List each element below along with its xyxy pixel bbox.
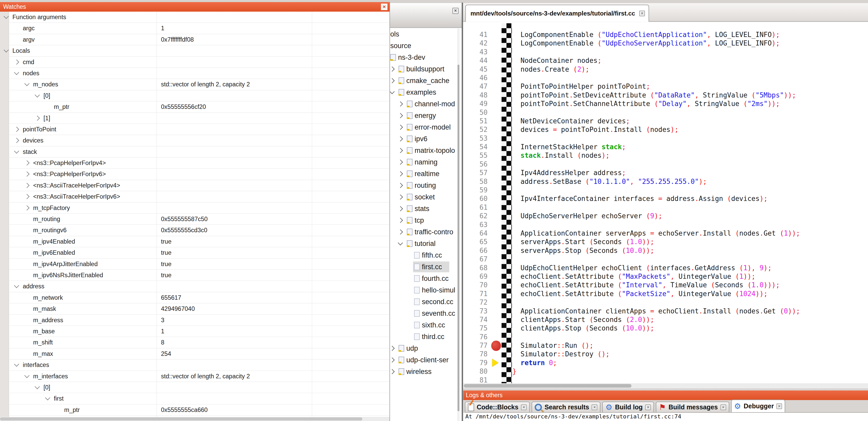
chevron-icon[interactable] bbox=[390, 66, 395, 72]
watch-row[interactable]: [0] bbox=[0, 90, 390, 101]
tree-item[interactable]: udp-client-ser bbox=[390, 354, 462, 366]
code-text[interactable]: echoClient.SetAttribute ("Interval", Tim… bbox=[512, 281, 780, 289]
watch-value[interactable]: 3 bbox=[161, 315, 164, 326]
breakpoint-gutter[interactable] bbox=[491, 367, 501, 376]
line-number[interactable]: 74 bbox=[463, 316, 491, 324]
code-text[interactable] bbox=[512, 108, 513, 117]
code-line[interactable]: 72 bbox=[463, 298, 868, 307]
logs-tab[interactable]: Search results × bbox=[532, 401, 600, 412]
watch-value[interactable]: 1 bbox=[161, 326, 164, 337]
logs-tab[interactable]: ⚙ Debugger × bbox=[731, 399, 785, 412]
code-line[interactable]: 53 bbox=[463, 134, 868, 143]
code-text[interactable] bbox=[512, 203, 513, 212]
tree-item[interactable]: channel-mod bbox=[390, 98, 462, 110]
logs-tab-label[interactable]: Search results bbox=[545, 403, 589, 411]
watch-row[interactable]: m_base 1 bbox=[0, 326, 390, 337]
tree-item[interactable]: tutorial bbox=[390, 238, 462, 250]
chevron-icon[interactable] bbox=[390, 357, 395, 362]
breakpoint-gutter[interactable] bbox=[491, 31, 501, 39]
code-text[interactable] bbox=[512, 48, 513, 56]
breakpoint-gutter[interactable] bbox=[491, 169, 501, 177]
tree-item-label[interactable]: stats bbox=[414, 203, 429, 215]
watch-value[interactable]: 8 bbox=[161, 337, 164, 348]
watch-row[interactable]: m_ipv4ArpJitterEnabled true bbox=[0, 259, 390, 270]
watch-row[interactable]: m_interfaces std::vector of length 2, ca… bbox=[0, 371, 390, 382]
tree-item-label[interactable]: routing bbox=[414, 180, 436, 191]
code-line[interactable]: 78 Simulator::Destroy (); bbox=[463, 350, 868, 358]
breakpoint-gutter[interactable] bbox=[491, 359, 501, 367]
code-line[interactable]: 67 bbox=[463, 255, 868, 263]
code-line[interactable]: 60 Ipv4InterfaceContainer interfaces = a… bbox=[463, 194, 868, 203]
chevron-icon[interactable] bbox=[14, 361, 19, 367]
close-icon[interactable]: × bbox=[639, 10, 645, 16]
code-text[interactable]: LogComponentEnable ("UdpEchoClientApplic… bbox=[512, 31, 780, 39]
code-area[interactable]: 41 LogComponentEnable ("UdpEchoClientApp… bbox=[463, 23, 868, 384]
tree-item[interactable]: fifth.cc bbox=[390, 250, 462, 261]
watch-row[interactable]: m_ipv6NsRsJitterEnabled true bbox=[0, 270, 390, 281]
code-text[interactable] bbox=[512, 298, 513, 307]
tree-item-label[interactable]: matrix-topolo bbox=[414, 145, 455, 157]
breakpoint-gutter[interactable] bbox=[491, 194, 501, 203]
tree-item[interactable]: tcp bbox=[390, 215, 462, 226]
line-number[interactable]: 77 bbox=[463, 342, 491, 350]
watch-value[interactable]: 254 bbox=[161, 348, 171, 359]
tree-item[interactable]: cmake_cache bbox=[390, 75, 462, 87]
breakpoint-gutter[interactable] bbox=[491, 117, 501, 125]
code-text[interactable] bbox=[512, 186, 513, 194]
breakpoint-gutter[interactable] bbox=[491, 238, 501, 246]
tree-item-label[interactable]: third.cc bbox=[422, 331, 444, 343]
line-number[interactable]: 49 bbox=[463, 100, 491, 108]
logs-tab[interactable]: ⚑ Build messages × bbox=[656, 401, 729, 412]
code-text[interactable]: ApplicationContainer clientApps = echoCl… bbox=[512, 307, 800, 316]
watch-row[interactable]: cmd bbox=[0, 57, 390, 68]
tree-item[interactable]: udp bbox=[390, 343, 462, 354]
code-line[interactable]: 50 bbox=[463, 108, 868, 117]
watch-row[interactable]: m_ptr 0x55555556cf20 bbox=[0, 101, 390, 112]
code-text[interactable]: echoClient.SetAttribute ("MaxPackets", U… bbox=[512, 272, 755, 281]
line-number[interactable]: 67 bbox=[463, 255, 491, 263]
watch-row[interactable]: Function arguments bbox=[0, 12, 390, 23]
watch-row[interactable]: <ns3::PcapHelperForIpv4> bbox=[0, 158, 390, 169]
code-line[interactable]: 55 stack.Install (nodes); bbox=[463, 151, 868, 160]
watch-value[interactable]: 1 bbox=[161, 23, 164, 34]
code-text[interactable] bbox=[512, 255, 513, 263]
line-number[interactable]: 50 bbox=[463, 108, 491, 117]
chevron-icon[interactable] bbox=[4, 14, 9, 19]
chevron-icon[interactable] bbox=[24, 81, 30, 86]
tree-item-label[interactable]: channel-mod bbox=[414, 98, 455, 110]
breakpoint-gutter[interactable] bbox=[491, 229, 501, 238]
breakpoint-gutter[interactable] bbox=[491, 151, 501, 160]
breakpoint-gutter[interactable] bbox=[491, 324, 501, 332]
breakpoint-gutter[interactable] bbox=[491, 376, 501, 384]
chevron-icon[interactable] bbox=[398, 171, 403, 176]
breakpoint-gutter[interactable] bbox=[491, 272, 501, 281]
watch-row[interactable]: m_address 3 bbox=[0, 315, 390, 326]
line-number[interactable]: 62 bbox=[463, 212, 491, 220]
watch-value[interactable]: 0x55555556cf20 bbox=[161, 101, 206, 112]
breakpoint-gutter[interactable] bbox=[491, 298, 501, 307]
close-icon[interactable]: × bbox=[381, 4, 388, 10]
line-number[interactable]: 61 bbox=[463, 203, 491, 212]
tree-item[interactable]: fourth.cc bbox=[390, 273, 462, 285]
chevron-icon[interactable] bbox=[35, 116, 40, 121]
chevron-icon[interactable] bbox=[14, 149, 19, 154]
logs-tab-label[interactable]: Debugger bbox=[744, 402, 774, 410]
breakpoint-gutter[interactable] bbox=[491, 39, 501, 47]
editor-tab[interactable]: mnt/dev/tools/source/ns-3-dev/examples/t… bbox=[465, 5, 649, 22]
code-text[interactable]: Simulator::Run (); bbox=[512, 342, 593, 350]
code-line[interactable]: 77 Simulator::Run (); bbox=[463, 342, 868, 350]
chevron-icon[interactable] bbox=[24, 194, 30, 199]
watch-row[interactable]: devices bbox=[0, 135, 390, 146]
logs-tab-label[interactable]: Build log bbox=[615, 403, 643, 411]
code-line[interactable]: 43 bbox=[463, 48, 868, 56]
tree-item-label[interactable]: realtime bbox=[414, 168, 439, 180]
code-text[interactable]: nodes.Create (2); bbox=[512, 65, 589, 74]
breakpoint-gutter[interactable] bbox=[491, 264, 501, 272]
tree-item[interactable]: buildsupport bbox=[390, 63, 462, 75]
code-line[interactable]: 71 echoClient.SetAttribute ("PacketSize"… bbox=[463, 290, 868, 298]
code-text[interactable]: serverApps.Start (Seconds (1.0)); bbox=[512, 238, 654, 246]
editor-hscrollbar-thumb[interactable] bbox=[464, 384, 631, 388]
tree-item-label[interactable]: udp bbox=[406, 343, 418, 354]
tree-item-label[interactable]: source bbox=[390, 40, 411, 52]
tree-item[interactable]: ipv6 bbox=[390, 133, 462, 145]
